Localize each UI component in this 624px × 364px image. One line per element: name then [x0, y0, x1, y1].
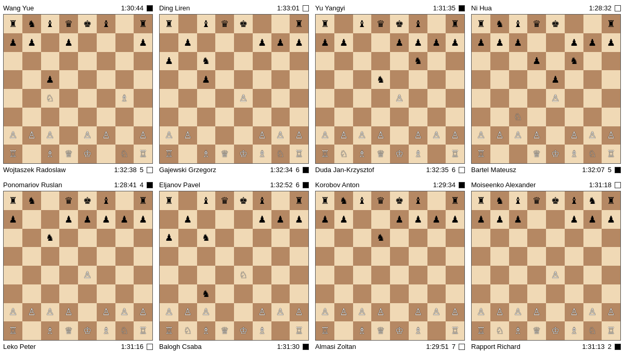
square-7-5 [253, 321, 271, 340]
square-3-0 [4, 70, 22, 89]
square-1-2 [197, 210, 216, 229]
square-3-4 [546, 247, 565, 266]
square-5-6 [115, 108, 134, 126]
square-1-6 [427, 33, 446, 52]
square-0-6 [115, 191, 134, 210]
square-4-7 [134, 266, 152, 284]
square-5-1 [490, 284, 509, 303]
square-5-0 [316, 108, 334, 126]
square-2-2 [353, 229, 372, 248]
square-6-4 [546, 303, 565, 322]
square-5-5 [97, 284, 115, 303]
square-3-2 [197, 247, 216, 266]
square-6-4 [78, 303, 97, 322]
square-0-5 [253, 15, 271, 33]
square-3-5 [565, 247, 583, 266]
square-3-4 [78, 70, 97, 89]
square-4-2 [41, 89, 60, 108]
square-4-1 [178, 266, 197, 284]
square-1-3 [527, 33, 546, 52]
square-2-0 [316, 229, 334, 248]
square-3-7 [446, 70, 464, 89]
square-1-2 [197, 33, 216, 52]
square-2-6 [427, 229, 446, 248]
square-1-6 [271, 210, 290, 229]
square-0-1 [490, 191, 509, 210]
square-5-5 [253, 108, 271, 126]
square-5-1 [22, 108, 41, 126]
square-0-5 [409, 191, 427, 210]
square-7-0 [160, 321, 178, 340]
square-0-6 [271, 191, 290, 210]
square-7-7 [134, 145, 152, 163]
square-1-4 [234, 33, 253, 52]
square-7-6 [271, 321, 290, 340]
square-2-2 [41, 229, 60, 248]
square-0-5 [97, 191, 115, 210]
square-0-4 [390, 15, 409, 33]
square-6-2 [509, 303, 528, 322]
white-time: 1:30:44 [121, 4, 144, 12]
square-7-3 [59, 145, 78, 163]
square-4-4 [390, 89, 409, 108]
black-player-info: Wojtaszek Radoslaw 1:32:38 5 [3, 166, 153, 174]
square-0-6 [583, 191, 602, 210]
square-2-5 [565, 229, 583, 248]
square-1-2 [41, 33, 60, 52]
black-move: 5 [608, 166, 612, 174]
square-4-1 [22, 89, 41, 108]
square-7-0 [160, 145, 178, 163]
square-7-7 [446, 145, 464, 163]
square-6-5 [409, 303, 427, 322]
square-2-1 [334, 229, 353, 248]
square-6-6 [271, 303, 290, 322]
square-2-4 [234, 229, 253, 248]
square-1-3 [59, 33, 78, 52]
square-4-3 [371, 89, 390, 108]
square-7-3 [371, 321, 390, 340]
square-6-4 [234, 303, 253, 322]
square-5-0 [316, 284, 334, 303]
square-4-5 [97, 266, 115, 284]
square-1-6 [271, 33, 290, 52]
square-2-2 [509, 229, 528, 248]
square-2-0 [472, 52, 490, 71]
white-color-indicator [459, 182, 465, 188]
square-6-6 [115, 126, 134, 145]
square-5-3 [527, 284, 546, 303]
square-4-3 [215, 89, 234, 108]
square-3-2 [41, 70, 60, 89]
square-7-2 [353, 321, 372, 340]
square-3-5 [97, 70, 115, 89]
square-4-2 [197, 89, 216, 108]
square-3-0 [160, 70, 178, 89]
square-1-7 [134, 33, 152, 52]
square-1-2 [353, 210, 372, 229]
square-3-3 [215, 70, 234, 89]
square-5-1 [334, 284, 353, 303]
black-time: 1:32:35 [426, 166, 448, 174]
square-1-2 [509, 33, 528, 52]
square-5-7 [134, 108, 152, 126]
game-cell-1: Wang Yue 1:30:44 Wojtaszek Radoslaw 1:32… [0, 0, 156, 177]
square-4-7 [446, 89, 464, 108]
square-6-7 [602, 126, 620, 145]
square-4-7 [446, 266, 464, 284]
square-1-4 [234, 210, 253, 229]
square-6-0 [160, 126, 178, 145]
square-3-0 [316, 247, 334, 266]
square-6-6 [427, 126, 446, 145]
square-0-1 [334, 15, 353, 33]
square-4-0 [316, 89, 334, 108]
square-1-0 [472, 33, 490, 52]
square-6-2 [197, 303, 216, 322]
square-0-2 [509, 191, 528, 210]
square-6-0 [472, 126, 490, 145]
square-4-6 [115, 89, 134, 108]
white-player-info: Ding Liren 1:33:01 [159, 4, 309, 12]
square-7-5 [97, 321, 115, 340]
square-4-2 [353, 89, 372, 108]
square-1-1 [490, 210, 509, 229]
square-5-5 [565, 108, 583, 126]
black-player-info: Rapport Richard 1:31:13 2 [471, 343, 621, 350]
